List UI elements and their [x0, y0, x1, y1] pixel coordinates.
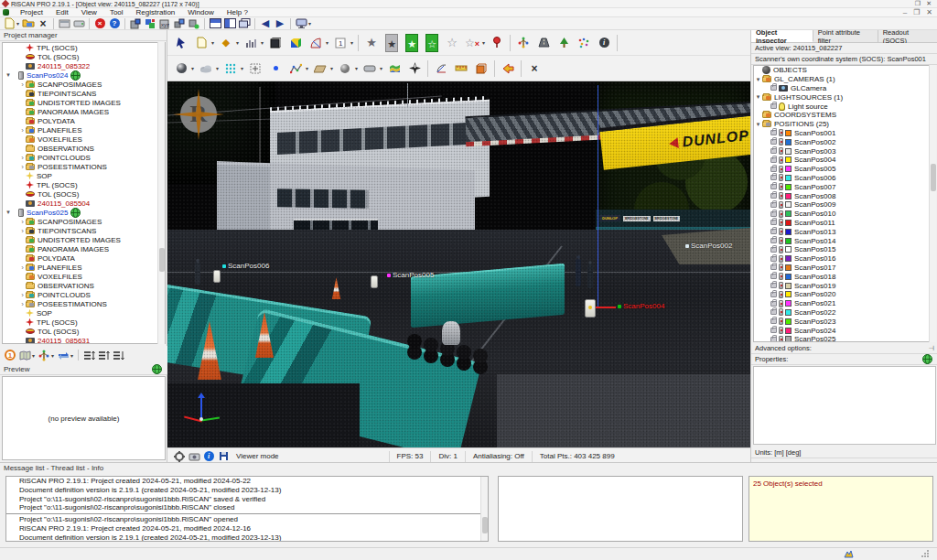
- select-inside-button[interactable]: ★: [382, 34, 401, 52]
- object-tree[interactable]: OBJECTS▾GL_CAMERAS (1)GLCamera▾LIGHTSOUR…: [753, 65, 936, 342]
- group-positions-25[interactable]: ▾POSITIONS (25): [754, 120, 935, 129]
- 3d-viewport[interactable]: DUNLOP DUNLOP BRIDGESTONE BRIDGESTONE: [167, 81, 750, 447]
- object-tree-root[interactable]: OBJECTS: [754, 66, 935, 75]
- polyline-tool-button[interactable]: [286, 59, 305, 78]
- selection-mode-button[interactable]: [172, 34, 190, 52]
- histogram-button[interactable]: [242, 34, 260, 52]
- open-project-button[interactable]: [22, 17, 35, 29]
- position-scanpos006[interactable]: ScanPos006: [754, 174, 935, 183]
- message-list-tab[interactable]: Message list - Thread list - Info: [0, 463, 937, 474]
- tile-vertically-button[interactable]: [223, 17, 236, 29]
- position-scanpos024[interactable]: ScanPos024: [754, 326, 935, 335]
- vegetation-filter-button[interactable]: [555, 34, 573, 52]
- new-view-button[interactable]: [192, 34, 210, 52]
- point-cloud-display-dropdown-icon[interactable]: ▾: [216, 65, 219, 71]
- tree-item-tpl-socs[interactable]: TPL (SOCS): [3, 43, 165, 52]
- object-tree-scrollbar[interactable]: [929, 65, 936, 342]
- cascade-windows-button[interactable]: [238, 17, 251, 29]
- position-scanpos018[interactable]: ScanPos018: [754, 272, 935, 281]
- position-scanpos010[interactable]: ScanPos010: [754, 210, 935, 219]
- view-info-icon[interactable]: i: [202, 450, 215, 462]
- select-points-button[interactable]: ★: [362, 34, 381, 52]
- expand-all-button[interactable]: [82, 350, 95, 361]
- tiepoint-list-button[interactable]: [38, 350, 50, 361]
- tree-item-planefiles[interactable]: ›PLANEFILES: [3, 125, 165, 135]
- plane-tool-button[interactable]: [311, 59, 329, 78]
- color-attribute-dropdown-icon[interactable]: ▾: [236, 39, 239, 46]
- expand-chevron[interactable]: ›: [19, 126, 26, 135]
- menu-item-tool[interactable]: Tool: [103, 8, 130, 16]
- message-log-scroll-thumb[interactable]: [482, 517, 488, 533]
- point-size-dropdown-icon[interactable]: ▾: [241, 65, 243, 71]
- object-tree-scroll-thumb[interactable]: [931, 164, 936, 191]
- tree-item-planefiles[interactable]: ›PLANEFILES: [3, 263, 165, 272]
- tree-item-tol-socs[interactable]: TOL (SOCS): [3, 52, 165, 61]
- properties-globe-icon[interactable]: [921, 353, 933, 365]
- pin-icon[interactable]: ⊣: [928, 344, 934, 352]
- new-project-dropdown-icon[interactable]: ▾: [16, 20, 19, 27]
- new-view-dropdown-icon[interactable]: ▾: [211, 39, 214, 46]
- sync-project-dropdown-icon[interactable]: ▾: [70, 352, 73, 359]
- position-scanpos008[interactable]: ScanPos008: [754, 191, 935, 200]
- forward-button[interactable]: ▶: [274, 17, 286, 29]
- delete-project-button[interactable]: ×: [37, 17, 49, 29]
- point-size-button[interactable]: [221, 59, 240, 78]
- clear-selection-button[interactable]: ☆×: [463, 34, 481, 52]
- project-archive-button[interactable]: [72, 17, 85, 29]
- scanpos-label-scanpos004[interactable]: ScanPos004: [618, 302, 664, 310]
- surface-layers-button[interactable]: [385, 59, 404, 78]
- volume-measure-button[interactable]: [472, 59, 490, 78]
- position-scanpos025[interactable]: ScanPos025: [754, 335, 935, 342]
- tree-item-tiepointscans[interactable]: TIEPOINTSCANS: [3, 89, 165, 98]
- distance-measure-button[interactable]: [452, 59, 470, 78]
- position-scanpos013[interactable]: ScanPos013: [754, 227, 935, 236]
- position-scanpos009[interactable]: ScanPos009: [754, 200, 935, 210]
- convert-coordinates-button[interactable]: xyz: [158, 17, 171, 29]
- menu-item-project[interactable]: Project: [14, 8, 49, 16]
- position-scanpos011[interactable]: ScanPos011: [754, 219, 935, 228]
- road-extraction-button[interactable]: [534, 34, 553, 52]
- sync-project-button[interactable]: [57, 350, 70, 361]
- tree-item-pointclouds[interactable]: ›POINTCLOUDS: [3, 153, 165, 162]
- position-scanpos020[interactable]: ScanPos020: [754, 290, 935, 299]
- tree-item-tol-socs[interactable]: TOL (SOCS): [3, 189, 165, 199]
- child-minimize-button[interactable]: –: [903, 8, 907, 16]
- tree-item-sop[interactable]: SOP: [3, 308, 165, 318]
- pick-tool-button[interactable]: [246, 59, 264, 78]
- tree-item-240115-085504[interactable]: 240115_085504: [3, 199, 165, 208]
- advanced-options-bar[interactable]: Advanced options: ⊣: [751, 343, 937, 354]
- tree-item-240115-085631[interactable]: 240115_085631: [3, 336, 165, 344]
- coarse-registration-button[interactable]: [129, 17, 142, 29]
- color-cube-button[interactable]: [286, 34, 305, 52]
- tile-horizontally-button[interactable]: [209, 17, 221, 29]
- properties-bar[interactable]: Properties:: [751, 354, 937, 365]
- menu-item-help[interactable]: Help ?: [221, 8, 254, 16]
- project-tree-scroll-thumb[interactable]: [159, 248, 165, 272]
- project-info-button[interactable]: [58, 17, 70, 29]
- tree-item-240115-085322[interactable]: 240115_085322: [3, 61, 165, 70]
- pose-estimation-button[interactable]: [173, 17, 186, 29]
- tree-item-undistorted-images[interactable]: UNDISTORTED IMAGES: [3, 235, 165, 244]
- expand-chevron[interactable]: ›: [19, 81, 26, 89]
- message-log[interactable]: RiSCAN PRO 2.19.1: Project created 2024-…: [5, 476, 489, 542]
- message-log-scrollbar[interactable]: [480, 477, 488, 541]
- scanpos-label-scanpos005[interactable]: ScanPos005: [387, 271, 434, 279]
- position-scanpos002[interactable]: ScanPos002: [754, 137, 935, 146]
- expand-chevron[interactable]: ›: [19, 163, 26, 171]
- angle-display-button[interactable]: [307, 34, 325, 52]
- abort-button[interactable]: ×: [93, 17, 106, 29]
- mark-position-button[interactable]: [488, 34, 506, 52]
- angle-display-dropdown-icon[interactable]: ▾: [326, 39, 328, 46]
- tree-item-undistorted-images[interactable]: UNDISTORTED IMAGES: [3, 98, 165, 107]
- object-info-button[interactable]: i: [595, 34, 613, 52]
- save-view-icon[interactable]: [217, 450, 230, 462]
- expand-chevron[interactable]: ›: [19, 218, 26, 226]
- display-settings-dropdown-icon[interactable]: ▾: [308, 20, 311, 27]
- tree-item-tol-socs[interactable]: TOL (SOCS): [3, 327, 165, 336]
- tree-item-scanpos025[interactable]: ▾ScanPos025: [3, 208, 165, 217]
- position-scanpos003[interactable]: ScanPos003: [754, 146, 935, 156]
- position-scanpos016[interactable]: ScanPos016: [754, 254, 935, 264]
- tree-item-scanpos024[interactable]: ▾ScanPos024: [3, 70, 165, 80]
- scanpos-label-scanpos002[interactable]: ScanPos002: [685, 242, 732, 250]
- sphere-tool-button[interactable]: [336, 59, 354, 78]
